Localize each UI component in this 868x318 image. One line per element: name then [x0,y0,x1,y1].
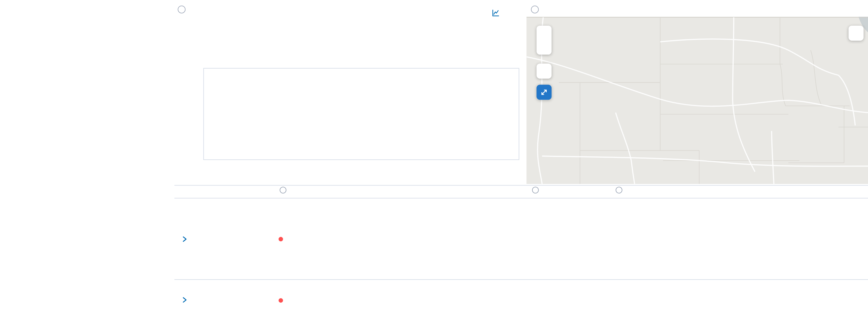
map-warning-button[interactable] [848,26,864,41]
severity-dot [278,298,283,302]
anomaly-row [174,198,868,280]
chart-line-icon [492,9,500,17]
table-header-row [174,185,868,199]
severity-dot [278,237,283,241]
map-panel-header [527,6,538,13]
info-icon [532,186,539,193]
expand-diagonal-icon [540,88,548,96]
column-header-actual[interactable] [531,186,615,197]
info-icon [616,186,622,193]
anomaly-severity [278,296,363,304]
map-labels-layer [526,17,868,184]
chart-panel-header [174,6,185,13]
actions-gear-button[interactable] [784,295,791,305]
chevron-right-icon [180,235,188,243]
column-header-typical[interactable] [615,186,701,197]
influencer-list [447,280,529,286]
info-icon [280,186,286,193]
column-header-severity[interactable] [278,186,363,197]
fit-to-data-button[interactable] [536,85,552,100]
zoom-in-button[interactable] [536,26,552,40]
zoom-out-button[interactable] [536,40,552,55]
set-view-button[interactable] [536,63,552,79]
chart-x-axis [204,163,518,172]
info-icon [531,6,539,13]
anomaly-row [174,280,868,318]
anomaly-chart-svg [204,68,519,160]
map-zoom-controls [536,26,552,55]
anomaly-description [701,235,785,243]
anomalies-map[interactable] [526,17,868,184]
anomalies-table [174,185,868,318]
anomaly-chart-plot [204,68,519,160]
anomaly-severity [278,235,363,243]
expand-row-button[interactable] [174,235,194,243]
chevron-right-icon [180,296,188,304]
info-icon [178,6,186,13]
anomaly-description [701,296,785,304]
influencer-list [447,198,529,204]
view-in-single-metric-viewer-link[interactable] [489,9,500,17]
anomaly-explorer-page [0,0,868,318]
anomaly-actions [784,295,868,305]
expand-row-button[interactable] [174,296,194,304]
chart-y-axis [162,68,198,164]
